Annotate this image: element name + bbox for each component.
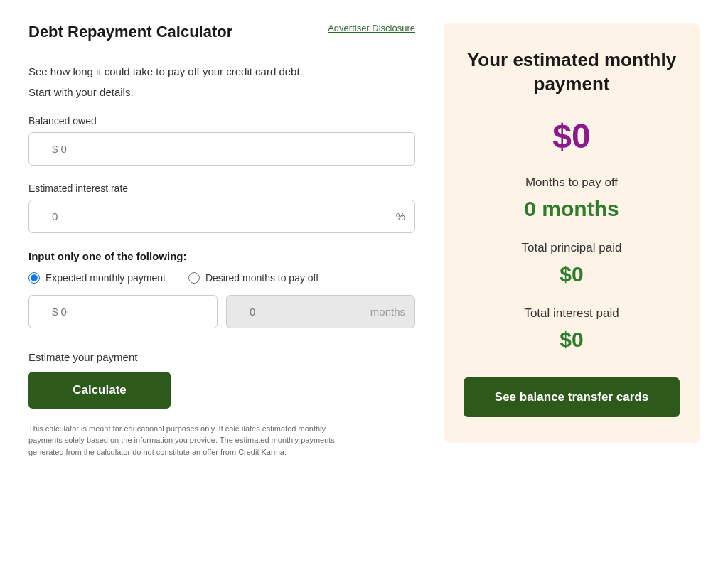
radio-group: Expected monthly payment Desired months …: [28, 272, 415, 284]
principal-label: Total principal paid: [464, 241, 680, 255]
see-cards-button[interactable]: See balance transfer cards: [464, 377, 680, 417]
section-label: Input only one of the following:: [28, 250, 415, 262]
start-text: Start with your details.: [28, 86, 415, 98]
interest-paid-label: Total interest paid: [464, 306, 680, 321]
calculate-button[interactable]: Calculate: [28, 372, 171, 409]
interest-field-group: Estimated interest rate %: [28, 183, 415, 233]
subtitle: See how long it could take to pay off yo…: [28, 64, 415, 80]
result-card: Your estimated monthly payment $0 Months…: [444, 23, 700, 443]
optional-section: Input only one of the following: Expecte…: [28, 250, 415, 328]
radio-monthly-text: Expected monthly payment: [46, 272, 166, 284]
calculate-section: Estimate your payment Calculate: [28, 351, 415, 423]
disclaimer-text: This calculator is meant for educational…: [28, 423, 355, 458]
percent-suffix: %: [396, 210, 405, 222]
balance-label: Balanced owed: [28, 115, 415, 127]
interest-input[interactable]: [28, 200, 415, 233]
radio-monthly-input[interactable]: [28, 272, 40, 284]
dual-inputs: months: [28, 295, 415, 328]
balance-field-group: Balanced owed: [28, 115, 415, 166]
interest-paid-value: $0: [464, 328, 680, 352]
radio-months-input[interactable]: [188, 272, 200, 284]
result-main-amount: $0: [464, 117, 680, 156]
months-to-payoff-value: 0 months: [464, 197, 680, 221]
advertiser-disclosure-link[interactable]: Advertiser Disclosure: [328, 23, 415, 33]
page-title: Debt Repayment Calculator: [28, 23, 232, 41]
monthly-payment-wrapper: [28, 295, 218, 328]
radio-months-label[interactable]: Desired months to pay off: [188, 272, 318, 284]
result-title: Your estimated monthly payment: [464, 48, 680, 97]
principal-value: $0: [464, 262, 680, 286]
months-suffix-label: months: [370, 306, 405, 318]
result-panel: Your estimated monthly payment $0 Months…: [444, 23, 700, 443]
estimate-label: Estimate your payment: [28, 351, 415, 363]
radio-monthly-label[interactable]: Expected monthly payment: [28, 272, 166, 284]
months-payment-wrapper: months: [226, 295, 415, 328]
interest-label: Estimated interest rate: [28, 183, 415, 194]
months-to-payoff-label: Months to pay off: [464, 176, 680, 190]
radio-months-text: Desired months to pay off: [205, 272, 318, 284]
monthly-payment-input[interactable]: [28, 295, 218, 328]
balance-input[interactable]: [28, 132, 415, 166]
